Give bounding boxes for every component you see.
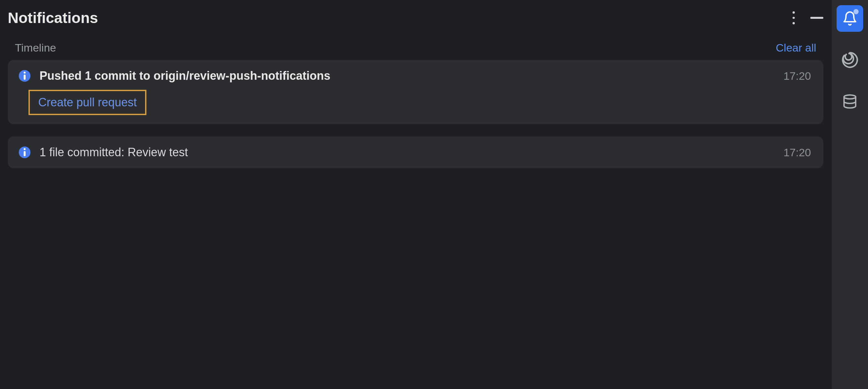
kebab-dot-icon (793, 17, 795, 19)
panel-header: Notifications (8, 9, 823, 27)
sidebar-spiral-button[interactable] (837, 47, 863, 73)
notification-badge-icon (854, 9, 859, 14)
header-actions (789, 11, 823, 24)
notification-time: 17:20 (783, 70, 814, 82)
action-highlight-box: Create pull request (29, 90, 146, 115)
kebab-dot-icon (793, 11, 795, 13)
spiral-icon (841, 51, 859, 69)
database-icon (842, 93, 858, 110)
right-sidebar (831, 0, 868, 389)
kebab-dot-icon (793, 22, 795, 24)
notification-title: Pushed 1 commit to origin/review-push-no… (39, 69, 774, 83)
minimize-button[interactable] (810, 17, 823, 19)
sidebar-database-button[interactable] (837, 88, 863, 115)
more-options-button[interactable] (789, 11, 797, 24)
info-icon (19, 70, 30, 82)
notification-row: Pushed 1 commit to origin/review-push-no… (19, 69, 814, 83)
notification-list: Pushed 1 commit to origin/review-push-no… (8, 60, 823, 168)
section-label: Timeline (15, 41, 56, 54)
notification-card[interactable]: 1 file committed: Review test 17:20 (8, 137, 823, 168)
notifications-panel: Notifications Timeline Clear all Pushed … (0, 0, 831, 389)
notification-title: 1 file committed: Review test (39, 145, 774, 159)
notification-time: 17:20 (783, 146, 814, 159)
clear-all-link[interactable]: Clear all (776, 41, 816, 54)
notification-row: 1 file committed: Review test 17:20 (19, 145, 814, 159)
notification-card[interactable]: Pushed 1 commit to origin/review-push-no… (8, 60, 823, 124)
sidebar-notifications-button[interactable] (837, 5, 863, 32)
create-pull-request-link[interactable]: Create pull request (38, 95, 137, 109)
info-icon (19, 146, 30, 158)
panel-title: Notifications (8, 9, 98, 27)
svg-point-0 (844, 95, 856, 99)
section-header: Timeline Clear all (8, 41, 823, 60)
